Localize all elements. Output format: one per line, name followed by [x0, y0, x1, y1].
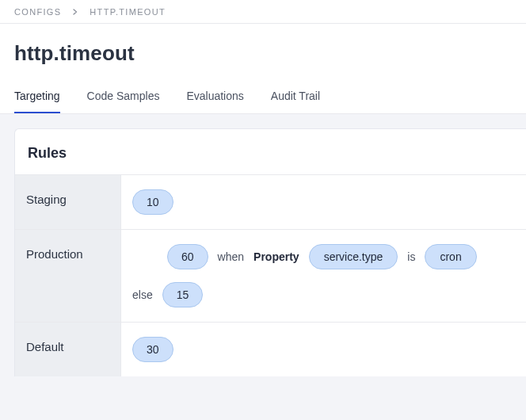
breadcrumb: CONFIGS HTTP.TIMEOUT [0, 0, 526, 24]
rules-row-staging: Staging 10 [15, 174, 526, 229]
rules-body: 60 when Property service.type is cron el… [121, 230, 526, 322]
value-pill[interactable]: 10 [132, 189, 173, 215]
value-pill[interactable]: 30 [132, 337, 173, 362]
tab-targeting[interactable]: Targeting [14, 90, 60, 113]
rules-title: Rules [15, 129, 526, 174]
chevron-right-icon [72, 9, 78, 15]
tab-code-samples[interactable]: Code Samples [87, 90, 160, 113]
rules-body: 10 [121, 175, 526, 229]
tab-audit-trail[interactable]: Audit Trail [271, 90, 320, 113]
tab-evaluations[interactable]: Evaluations [186, 90, 243, 113]
page-title: http.timeout [14, 41, 512, 66]
env-label: Default [15, 323, 121, 376]
env-label: Production [15, 230, 121, 322]
else-keyword: else [132, 288, 153, 301]
rule-line: 30 [132, 337, 515, 362]
rule-line: else 15 [132, 282, 515, 307]
when-keyword: when [218, 250, 244, 263]
rule-line: 60 when Property service.type is cron [167, 244, 515, 269]
breadcrumb-current: HTTP.TIMEOUT [90, 7, 166, 17]
rules-card: Rules Staging 10 Production 60 when [14, 128, 526, 376]
rules-table: Staging 10 Production 60 when Property s… [15, 174, 526, 376]
breadcrumb-root[interactable]: CONFIGS [14, 7, 61, 17]
property-name-pill[interactable]: service.type [309, 244, 398, 269]
content-area: Rules Staging 10 Production 60 when [0, 114, 526, 420]
match-pill[interactable]: cron [425, 244, 476, 269]
rules-row-default: Default 30 [15, 322, 526, 376]
page-header: http.timeout [0, 24, 526, 74]
property-keyword: Property [253, 250, 299, 263]
rules-row-production: Production 60 when Property service.type… [15, 229, 526, 322]
value-pill[interactable]: 15 [162, 282, 204, 307]
rule-line: 10 [132, 189, 515, 215]
is-keyword: is [407, 250, 415, 263]
tabs: Targeting Code Samples Evaluations Audit… [0, 90, 526, 114]
rules-body: 30 [121, 323, 526, 376]
value-pill[interactable]: 60 [167, 244, 208, 269]
env-label: Staging [15, 175, 121, 229]
